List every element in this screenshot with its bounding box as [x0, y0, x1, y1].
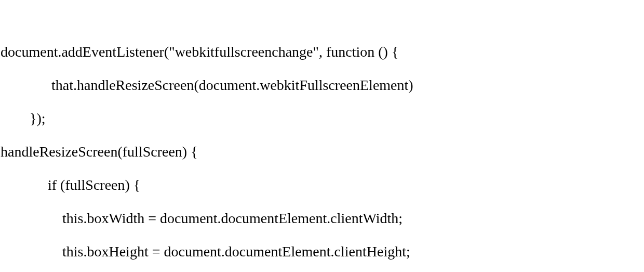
code-line: handleResizeScreen(fullScreen) { — [1, 144, 198, 160]
code-line: that.handleResizeScreen(document.webkitF… — [1, 77, 413, 93]
code-block: document.addEventListener("webkitfullscr… — [0, 0, 644, 268]
code-line: this.boxHeight = document.documentElemen… — [1, 243, 410, 260]
code-line: }); — [1, 110, 46, 126]
code-line: this.boxWidth = document.documentElement… — [1, 210, 403, 226]
code-line: document.addEventListener("webkitfullscr… — [1, 44, 398, 60]
code-line: if (fullScreen) { — [1, 177, 140, 193]
